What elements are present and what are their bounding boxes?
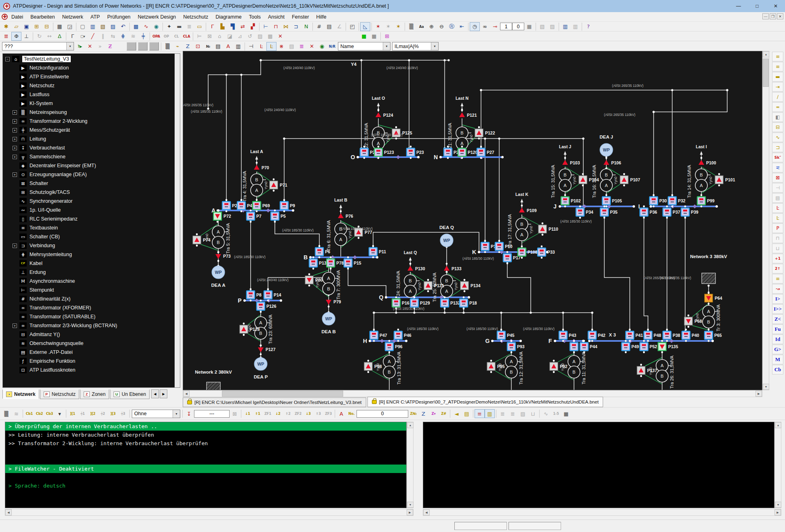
scroll-right-icon[interactable]: ▶ bbox=[407, 509, 413, 515]
dash-field[interactable] bbox=[194, 410, 230, 418]
ground-tool[interactable]: ⊥ bbox=[21, 32, 32, 41]
help-book[interactable]: ? bbox=[583, 22, 593, 31]
generator-dea-p[interactable]: WPDEA P bbox=[254, 357, 268, 379]
chart-corner-r[interactable]: Ŀ bbox=[772, 203, 783, 213]
menu-hilfe[interactable]: Hilfe bbox=[312, 13, 330, 21]
line-result[interactable]: ≡ bbox=[772, 52, 783, 61]
protection-z[interactable]: Z< bbox=[772, 314, 783, 324]
generator-dea-b[interactable]: WPDEA B bbox=[321, 312, 336, 334]
z-no[interactable]: Z№ bbox=[408, 409, 418, 418]
scroll-right-icon[interactable]: ▶ bbox=[774, 509, 781, 515]
corner-tool[interactable]: Γ bbox=[68, 32, 78, 41]
search-combo[interactable]: ???▼ bbox=[2, 42, 74, 50]
unit-combo[interactable]: ILmax|A|%▼ bbox=[392, 42, 439, 50]
list-redblue[interactable]: ≡ bbox=[475, 409, 485, 418]
cb-dropdown[interactable]: ▾ bbox=[55, 409, 65, 418]
console-left-hscrollbar[interactable]: ◀ ▶ bbox=[5, 509, 414, 516]
chart-corner[interactable]: ▜ bbox=[228, 22, 238, 31]
simulation-grid[interactable]: ▩ bbox=[131, 22, 141, 31]
tree-item-textbaustein[interactable]: ≡Textbaustein bbox=[3, 223, 173, 232]
tree-item-admittanz-y-[interactable]: ⊟Admittanz Y() bbox=[3, 330, 173, 339]
trip-3[interactable]: ↓3 bbox=[303, 409, 313, 418]
expand-icon[interactable]: + bbox=[13, 155, 17, 159]
protection-cb[interactable]: Cb bbox=[772, 365, 783, 374]
chart-compare[interactable]: ⋜ bbox=[772, 163, 783, 172]
new-sheet[interactable]: ▢ bbox=[78, 22, 88, 31]
tree-item-verbindung[interactable]: +⊐Verbindung bbox=[3, 241, 173, 250]
counter-field[interactable] bbox=[357, 410, 408, 418]
protection-device-p13[interactable]: P13 bbox=[309, 257, 327, 270]
protection-device-p132[interactable]: P132 bbox=[441, 296, 460, 310]
n-wave[interactable]: N bbox=[301, 22, 311, 31]
expand-icon[interactable]: + bbox=[13, 128, 17, 132]
fault-type-combo[interactable]: Ohne▼ bbox=[132, 410, 180, 418]
scroll-up-icon[interactable]: ▲ bbox=[407, 422, 414, 428]
arrow-plus1[interactable]: +1 bbox=[772, 254, 783, 263]
multi-bars[interactable]: ≣ bbox=[297, 42, 307, 51]
fault-device-p64[interactable]: P64 bbox=[705, 292, 722, 305]
tab-netzwerk[interactable]: ▪Netzwerk bbox=[2, 389, 39, 399]
external-network[interactable]: Network 2 380kV bbox=[195, 370, 232, 390]
load-last-q[interactable]: Last Q bbox=[404, 250, 417, 266]
transformer-tool[interactable]: Φ bbox=[11, 32, 21, 41]
grid-dots[interactable]: ▒ bbox=[406, 22, 416, 31]
pointer-mode[interactable]: ◺ bbox=[360, 22, 370, 31]
comment[interactable]: ▭ bbox=[194, 22, 205, 31]
tree-item-transformator-2-wicklung[interactable]: +∞Transformator 2-Wicklung bbox=[3, 117, 173, 126]
zoom-out[interactable]: ⊖ bbox=[437, 22, 447, 31]
swap-direction[interactable]: ⇄ bbox=[238, 22, 248, 31]
menu-netzschutz[interactable]: Netzschutz bbox=[179, 13, 212, 21]
reset-zoom[interactable]: Ⓡ bbox=[447, 22, 457, 31]
z-1234[interactable]: Z# bbox=[439, 409, 449, 418]
color-green[interactable]: ■ bbox=[359, 32, 369, 41]
generator-dea-j[interactable]: WPDEA J bbox=[599, 135, 613, 156]
maximize-button[interactable]: □ bbox=[748, 0, 766, 12]
load-last-k[interactable]: Last K bbox=[515, 192, 529, 208]
font-a2[interactable]: A bbox=[336, 409, 346, 418]
tab-netzschutz[interactable]: PNetzschutz bbox=[40, 389, 79, 399]
protection-device-p102[interactable]: P102 bbox=[561, 194, 581, 208]
note-popup[interactable]: ▤ bbox=[462, 409, 472, 418]
text-block[interactable]: ▤ bbox=[213, 42, 223, 51]
fit-view[interactable]: ⇤ bbox=[457, 22, 467, 31]
flag-network[interactable]: ⊐ bbox=[291, 22, 301, 31]
protection-device-p105[interactable]: P105 bbox=[602, 194, 622, 208]
menu-tools[interactable]: Tools bbox=[245, 13, 264, 21]
pan-mode[interactable]: ◷ bbox=[470, 22, 480, 31]
copy[interactable]: ▥ bbox=[88, 22, 98, 31]
new-network[interactable]: ✱ bbox=[1, 22, 11, 31]
protection-device-p52[interactable]: P52 bbox=[640, 340, 657, 353]
load-last-j[interactable]: Last J bbox=[559, 144, 572, 160]
edit-properties[interactable]: ▬ bbox=[174, 22, 184, 31]
protection-i[interactable]: I> bbox=[772, 294, 783, 304]
tree-item-transformator-xformer-[interactable]: ∞Transformator (XFORMER) bbox=[3, 303, 173, 312]
tree-item-schalter-cb-[interactable]: ▭Schalter (CB) bbox=[3, 232, 173, 241]
up-1[interactable]: ⇑1 bbox=[253, 409, 263, 418]
arrow-2up[interactable]: 2↑ bbox=[772, 264, 783, 273]
scroll-down-icon[interactable]: ▼ bbox=[775, 502, 781, 508]
transformer[interactable]: ABTra 7: 300MVAYyn0 bbox=[315, 270, 341, 299]
wire[interactable] bbox=[208, 60, 261, 109]
node-box[interactable]: ⊡ bbox=[193, 42, 203, 51]
cb3[interactable]: Cb3 bbox=[44, 409, 55, 418]
fault-device-p71[interactable]: P71 bbox=[270, 179, 287, 192]
fault-marker-p133[interactable]: P133 bbox=[444, 263, 462, 271]
z-blue2[interactable]: Z bbox=[418, 409, 428, 418]
console-right-hscrollbar[interactable]: ◀ ▶ bbox=[423, 509, 781, 516]
tree-root[interactable]: −⌂TestNetzLeitung_V3 bbox=[3, 55, 173, 63]
menu-atp[interactable]: ATP bbox=[87, 13, 103, 21]
scroll-right-icon[interactable]: ▶ bbox=[755, 391, 762, 397]
load-last-a[interactable]: Last A bbox=[250, 149, 263, 165]
menu-pr-fungen[interactable]: Prüfungen bbox=[103, 13, 134, 21]
tabs-scroll-left-icon[interactable]: ◀ bbox=[151, 389, 159, 398]
protection-device-p14[interactable]: P14 bbox=[264, 288, 281, 302]
name-combo[interactable]: Name▼ bbox=[338, 42, 390, 50]
opa[interactable]: OPA bbox=[151, 32, 161, 41]
breaker-3[interactable]: ][3 bbox=[108, 409, 118, 418]
wire[interactable] bbox=[275, 220, 319, 248]
file-tab[interactable]: [R] ENCR C:\ATPDesigner\00_7_ATPDesigner… bbox=[367, 397, 603, 407]
canvas-hscrollbar[interactable]: ◀ ▶ bbox=[183, 390, 762, 397]
tree-item-1p-u-i-quelle[interactable]: ∾1p. U/I-Quelle bbox=[3, 206, 173, 214]
draw-line[interactable]: ╱ bbox=[88, 32, 98, 41]
protection-device-p108[interactable]: P108 bbox=[518, 246, 538, 259]
